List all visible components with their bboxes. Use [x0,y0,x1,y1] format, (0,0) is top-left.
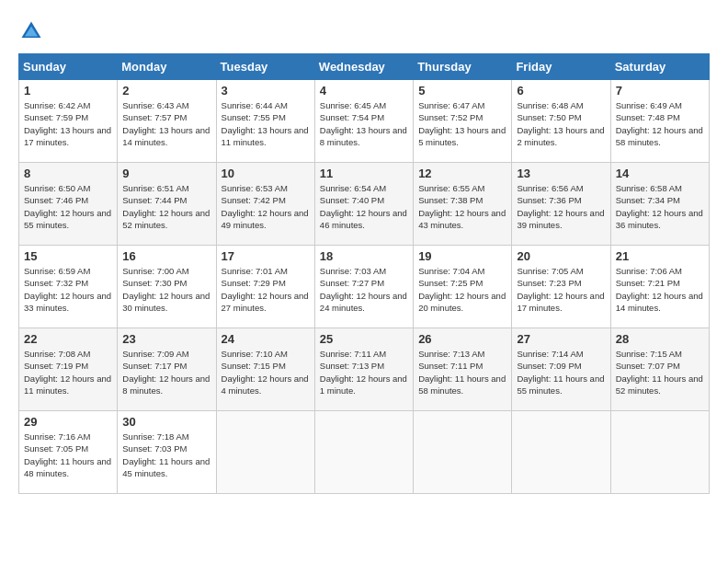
calendar-row: 1 Sunrise: 6:42 AM Sunset: 7:59 PM Dayli… [19,80,710,163]
calendar-row: 22 Sunrise: 7:08 AM Sunset: 7:19 PM Dayl… [19,328,710,411]
cell-content: Sunrise: 6:47 AM Sunset: 7:52 PM Dayligh… [418,99,506,148]
calendar-cell [216,411,314,494]
calendar-cell: 18 Sunrise: 7:03 AM Sunset: 7:27 PM Dayl… [314,246,413,328]
calendar-cell: 5 Sunrise: 6:47 AM Sunset: 7:52 PM Dayli… [414,80,512,163]
calendar-cell: 16 Sunrise: 7:00 AM Sunset: 7:30 PM Dayl… [118,246,216,328]
cell-content: Sunrise: 7:16 AM Sunset: 7:05 PM Dayligh… [24,431,112,479]
day-number: 26 [418,332,506,346]
day-number: 29 [24,415,112,429]
cell-content: Sunrise: 7:08 AM Sunset: 7:19 PM Dayligh… [24,348,112,396]
cell-content: Sunrise: 7:05 AM Sunset: 7:23 PM Dayligh… [517,265,605,314]
day-number: 16 [122,249,210,263]
calendar-cell: 26 Sunrise: 7:13 AM Sunset: 7:11 PM Dayl… [414,328,512,411]
calendar-table: SundayMondayTuesdayWednesdayThursdayFrid… [18,53,710,494]
weekday-header: Friday [512,54,610,80]
cell-content: Sunrise: 6:50 AM Sunset: 7:46 PM Dayligh… [24,182,112,231]
cell-content: Sunrise: 7:00 AM Sunset: 7:30 PM Dayligh… [122,265,210,314]
weekday-header: Sunday [19,54,118,80]
day-number: 12 [418,167,506,180]
calendar-row: 15 Sunrise: 6:59 AM Sunset: 7:32 PM Dayl… [19,246,710,328]
page-header [18,18,710,44]
day-number: 2 [122,84,210,98]
calendar-cell: 14 Sunrise: 6:58 AM Sunset: 7:34 PM Dayl… [610,163,709,246]
cell-content: Sunrise: 6:59 AM Sunset: 7:32 PM Dayligh… [24,265,112,314]
calendar-cell: 19 Sunrise: 7:04 AM Sunset: 7:25 PM Dayl… [414,246,512,328]
weekday-header: Monday [118,54,216,80]
calendar-cell: 1 Sunrise: 6:42 AM Sunset: 7:59 PM Dayli… [19,80,118,163]
calendar-cell: 12 Sunrise: 6:55 AM Sunset: 7:38 PM Dayl… [414,163,512,246]
cell-content: Sunrise: 6:42 AM Sunset: 7:59 PM Dayligh… [24,99,112,148]
calendar-cell: 11 Sunrise: 6:54 AM Sunset: 7:40 PM Dayl… [314,163,413,246]
calendar-cell: 6 Sunrise: 6:48 AM Sunset: 7:50 PM Dayli… [512,80,610,163]
calendar-cell: 4 Sunrise: 6:45 AM Sunset: 7:54 PM Dayli… [314,80,413,163]
cell-content: Sunrise: 7:06 AM Sunset: 7:21 PM Dayligh… [616,265,704,314]
calendar-cell: 10 Sunrise: 6:53 AM Sunset: 7:42 PM Dayl… [216,163,314,246]
day-number: 30 [122,415,210,429]
calendar-cell: 22 Sunrise: 7:08 AM Sunset: 7:19 PM Dayl… [19,328,118,411]
cell-content: Sunrise: 6:45 AM Sunset: 7:54 PM Dayligh… [320,99,408,148]
weekday-header: Tuesday [216,54,314,80]
day-number: 7 [616,84,704,98]
weekday-header: Wednesday [314,54,413,80]
logo-icon [18,18,44,44]
cell-content: Sunrise: 7:10 AM Sunset: 7:15 PM Dayligh… [222,348,310,396]
cell-content: Sunrise: 7:13 AM Sunset: 7:11 PM Dayligh… [418,348,506,396]
day-number: 18 [320,249,408,263]
day-number: 24 [222,332,310,346]
calendar-row: 29 Sunrise: 7:16 AM Sunset: 7:05 PM Dayl… [19,411,710,494]
logo [18,18,48,44]
day-number: 4 [320,84,408,98]
cell-content: Sunrise: 7:09 AM Sunset: 7:17 PM Dayligh… [122,348,210,396]
calendar-cell: 25 Sunrise: 7:11 AM Sunset: 7:13 PM Dayl… [314,328,413,411]
day-number: 27 [517,332,605,346]
calendar-cell: 29 Sunrise: 7:16 AM Sunset: 7:05 PM Dayl… [19,411,118,494]
cell-content: Sunrise: 7:04 AM Sunset: 7:25 PM Dayligh… [418,265,506,314]
cell-content: Sunrise: 7:03 AM Sunset: 7:27 PM Dayligh… [320,265,408,314]
day-number: 23 [122,332,210,346]
calendar-row: 8 Sunrise: 6:50 AM Sunset: 7:46 PM Dayli… [19,163,710,246]
cell-content: Sunrise: 6:58 AM Sunset: 7:34 PM Dayligh… [616,182,704,231]
calendar-cell: 3 Sunrise: 6:44 AM Sunset: 7:55 PM Dayli… [216,80,314,163]
calendar-cell: 24 Sunrise: 7:10 AM Sunset: 7:15 PM Dayl… [216,328,314,411]
cell-content: Sunrise: 6:55 AM Sunset: 7:38 PM Dayligh… [418,182,506,231]
day-number: 8 [24,167,112,180]
cell-content: Sunrise: 7:15 AM Sunset: 7:07 PM Dayligh… [616,348,704,396]
calendar-cell [314,411,413,494]
calendar-cell [414,411,512,494]
calendar-cell [610,411,709,494]
calendar-cell [512,411,610,494]
cell-content: Sunrise: 6:56 AM Sunset: 7:36 PM Dayligh… [517,182,605,231]
cell-content: Sunrise: 6:43 AM Sunset: 7:57 PM Dayligh… [122,99,210,148]
day-number: 15 [24,249,112,263]
day-number: 19 [418,249,506,263]
calendar-cell: 7 Sunrise: 6:49 AM Sunset: 7:48 PM Dayli… [610,80,709,163]
day-number: 10 [222,167,310,180]
day-number: 20 [517,249,605,263]
calendar-cell: 8 Sunrise: 6:50 AM Sunset: 7:46 PM Dayli… [19,163,118,246]
calendar-cell: 21 Sunrise: 7:06 AM Sunset: 7:21 PM Dayl… [610,246,709,328]
cell-content: Sunrise: 7:11 AM Sunset: 7:13 PM Dayligh… [320,348,408,396]
day-number: 28 [616,332,704,346]
day-number: 1 [24,84,112,98]
calendar-cell: 9 Sunrise: 6:51 AM Sunset: 7:44 PM Dayli… [118,163,216,246]
calendar-header: SundayMondayTuesdayWednesdayThursdayFrid… [19,54,710,80]
day-number: 6 [517,84,605,98]
cell-content: Sunrise: 6:53 AM Sunset: 7:42 PM Dayligh… [222,182,310,231]
cell-content: Sunrise: 7:01 AM Sunset: 7:29 PM Dayligh… [222,265,310,314]
calendar-cell: 2 Sunrise: 6:43 AM Sunset: 7:57 PM Dayli… [118,80,216,163]
weekday-header: Saturday [610,54,709,80]
calendar-cell: 13 Sunrise: 6:56 AM Sunset: 7:36 PM Dayl… [512,163,610,246]
calendar-cell: 15 Sunrise: 6:59 AM Sunset: 7:32 PM Dayl… [19,246,118,328]
calendar-cell: 30 Sunrise: 7:18 AM Sunset: 7:03 PM Dayl… [118,411,216,494]
header-row: SundayMondayTuesdayWednesdayThursdayFrid… [19,54,710,80]
cell-content: Sunrise: 7:18 AM Sunset: 7:03 PM Dayligh… [122,431,210,479]
day-number: 25 [320,332,408,346]
calendar-cell: 23 Sunrise: 7:09 AM Sunset: 7:17 PM Dayl… [118,328,216,411]
day-number: 14 [616,167,704,180]
day-number: 21 [616,249,704,263]
calendar-cell: 28 Sunrise: 7:15 AM Sunset: 7:07 PM Dayl… [610,328,709,411]
calendar-body: 1 Sunrise: 6:42 AM Sunset: 7:59 PM Dayli… [19,80,710,494]
day-number: 9 [122,167,210,180]
day-number: 5 [418,84,506,98]
day-number: 11 [320,167,408,180]
